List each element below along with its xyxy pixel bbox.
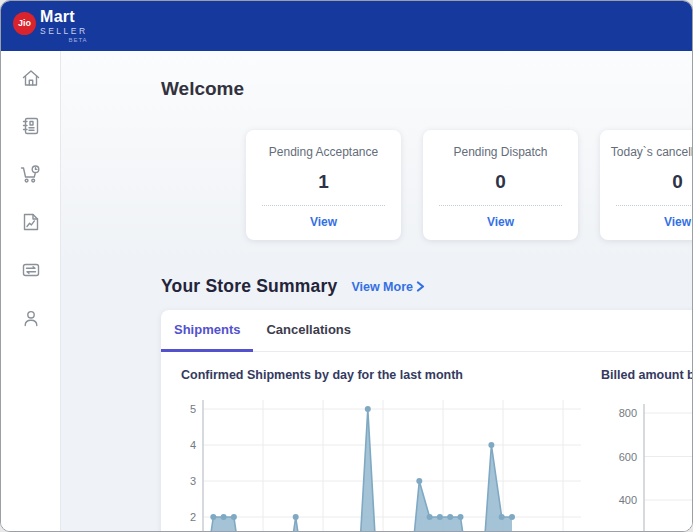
- shipments-chart-title: Confirmed Shipments by day for the last …: [181, 368, 591, 382]
- view-todays-cancelled-link[interactable]: View: [664, 215, 691, 229]
- brand-beta-badge: BETA: [40, 37, 88, 43]
- sidebar-item-catalog[interactable]: [18, 115, 44, 137]
- jiomart-seller-logo[interactable]: Jio Mart SELLER BETA: [13, 9, 88, 44]
- view-more-link[interactable]: View More: [351, 280, 425, 294]
- sidebar-item-profile[interactable]: [18, 307, 44, 329]
- billed-chart-panel: Billed amount by day for the last month …: [591, 352, 692, 531]
- store-summary-title: Your Store Summary: [161, 276, 337, 297]
- orders-cart-icon: [19, 163, 43, 185]
- jio-logo-text: Jio: [18, 18, 31, 28]
- card-value: 0: [423, 171, 578, 193]
- profile-icon: [20, 307, 42, 329]
- shipments-chart-panel: Confirmed Shipments by day for the last …: [161, 352, 591, 531]
- catalog-icon: [20, 115, 42, 137]
- sidebar-item-reports[interactable]: [18, 211, 44, 233]
- summary-tabs: Shipments Cancellations: [161, 310, 692, 352]
- stat-cards-row: Pending Acceptance 1 View Pending Dispat…: [246, 130, 692, 240]
- sidebar-item-home[interactable]: [18, 67, 44, 89]
- card-divider: [439, 205, 562, 206]
- transactions-icon: [20, 259, 42, 281]
- svg-text:5: 5: [190, 403, 196, 415]
- svg-text:3: 3: [190, 475, 196, 487]
- billed-line-chart[interactable]: 800600400: [601, 392, 692, 531]
- app-window: Jio Mart SELLER BETA: [0, 0, 693, 532]
- brand-mart-label: Mart: [40, 9, 88, 25]
- svg-text:4: 4: [190, 439, 196, 451]
- billed-chart-title: Billed amount by day for the last month: [601, 368, 692, 382]
- svg-text:2: 2: [190, 511, 196, 523]
- tab-shipments[interactable]: Shipments: [161, 310, 253, 352]
- svg-text:800: 800: [619, 407, 637, 419]
- card-pending-acceptance: Pending Acceptance 1 View: [246, 130, 401, 240]
- sidebar-item-payments[interactable]: [18, 259, 44, 281]
- view-more-label: View More: [351, 280, 413, 294]
- card-value: 0: [600, 171, 692, 193]
- card-title: Pending Acceptance: [246, 145, 401, 159]
- card-value: 1: [246, 171, 401, 193]
- card-title: Pending Dispatch: [423, 145, 578, 159]
- page-title: Welcome: [161, 78, 692, 100]
- svg-text:600: 600: [619, 451, 637, 463]
- card-pending-dispatch: Pending Dispatch 0 View: [423, 130, 578, 240]
- home-icon: [20, 67, 42, 89]
- sidebar-nav: [1, 51, 61, 531]
- card-divider: [616, 205, 692, 206]
- brand-seller-label: SELLER: [40, 27, 88, 36]
- main-area: Welcome Pending Acceptance 1 View Pendin…: [61, 51, 692, 531]
- card-todays-cancelled: Today`s cancelled orders 0 View: [600, 130, 692, 240]
- tab-cancellations[interactable]: Cancellations: [253, 310, 364, 352]
- chevron-right-icon: [416, 281, 425, 292]
- top-bar: Jio Mart SELLER BETA: [1, 1, 692, 51]
- view-pending-acceptance-link[interactable]: View: [310, 215, 337, 229]
- reports-icon: [20, 211, 42, 233]
- sidebar-item-orders[interactable]: [18, 163, 44, 185]
- card-divider: [262, 205, 385, 206]
- svg-text:400: 400: [619, 494, 637, 506]
- store-summary-card: Shipments Cancellations Confirmed Shipme…: [161, 310, 692, 531]
- shipments-area-chart[interactable]: 5432: [181, 392, 591, 531]
- view-pending-dispatch-link[interactable]: View: [487, 215, 514, 229]
- jio-logo-icon: Jio: [13, 12, 36, 35]
- card-title: Today`s cancelled orders: [600, 145, 692, 159]
